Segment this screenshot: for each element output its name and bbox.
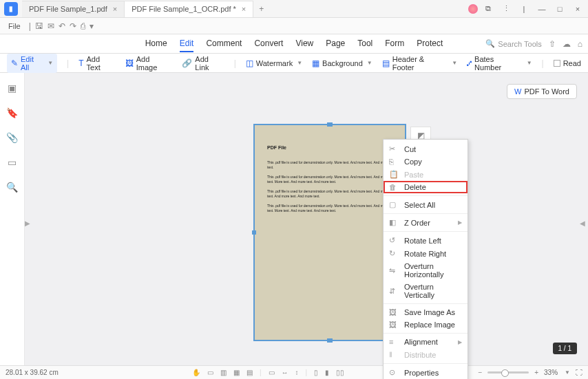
fit-height-icon[interactable]: ↕ [295, 369, 299, 376]
ctx-overturn-v[interactable]: ⇵Overturn Vertically [384, 281, 468, 301]
zoom-in-icon[interactable]: + [534, 369, 538, 376]
header-footer-button[interactable]: ▤Header & Footer▼ [382, 55, 457, 72]
ctx-rotate-left[interactable]: ↺Rotate Left [384, 234, 468, 247]
ctx-copy[interactable]: ⎘Copy [384, 155, 468, 168]
bates-number-button[interactable]: ⑇Bates Number▼ [467, 55, 532, 72]
layers-icon[interactable]: ▭ [8, 157, 17, 168]
page-indicator: 1 / 1 [553, 343, 577, 354]
view-mode-icon[interactable]: ▥ [220, 369, 227, 376]
resize-handle-bottom[interactable] [327, 338, 333, 343]
redo-icon[interactable]: ↷ [70, 21, 76, 31]
menu-home[interactable]: Home [145, 36, 167, 52]
chevron-down-icon: ▼ [367, 60, 372, 66]
separator [384, 213, 468, 214]
menu-view[interactable]: View [295, 36, 313, 52]
zoom-slider[interactable] [487, 371, 529, 373]
pdf-to-word-button[interactable]: W PDF To Word [507, 84, 577, 99]
ctx-distribute: ⫴Distribute [384, 348, 468, 361]
single-page-icon[interactable]: ▯ [314, 369, 318, 376]
file-menu[interactable]: File [4, 21, 25, 32]
chevron-down-icon[interactable]: ▼ [565, 369, 570, 376]
watermark-icon: ◫ [246, 58, 253, 68]
close-icon[interactable]: × [113, 5, 117, 13]
ctx-cut[interactable]: ✂Cut [384, 142, 468, 155]
checkbox-icon [554, 60, 560, 67]
cloud-icon[interactable]: ☁ [563, 39, 571, 49]
chevron-down-icon: ▼ [452, 60, 457, 66]
rotate-right-icon: ↻ [389, 249, 399, 258]
canvas[interactable]: W PDF To Word PDF File This .pdf file is… [25, 73, 588, 365]
hand-tool-icon[interactable]: ✋ [192, 369, 200, 376]
menu-page[interactable]: Page [326, 36, 345, 52]
fit-page-icon[interactable]: ▭ [269, 369, 275, 376]
external-icon[interactable]: ⧉ [481, 2, 496, 16]
cut-icon: ✂ [389, 144, 399, 153]
menu-comment[interactable]: Comment [206, 36, 242, 52]
tab-1[interactable]: PDF File Sample_1.pdf × [22, 1, 125, 17]
resize-handle-top[interactable] [327, 122, 333, 127]
select-tool-icon[interactable]: ▭ [207, 369, 213, 376]
rotate-left-icon: ↺ [389, 236, 399, 245]
app-icon: ▮ [4, 2, 18, 16]
ctx-replace-image[interactable]: 🖼Replace Image [384, 318, 468, 331]
add-tab-button[interactable]: + [253, 4, 269, 14]
ctx-delete[interactable]: 🗑Delete [384, 181, 468, 193]
continuous-icon[interactable]: ▮ [325, 369, 329, 376]
menu-tool[interactable]: Tool [357, 36, 372, 52]
tab-2[interactable]: PDF File Sample_1_OCR.pdf * × [125, 1, 253, 17]
menu-edit[interactable]: Edit [180, 36, 194, 52]
attachment-icon[interactable]: 📎 [6, 132, 18, 143]
bookmark-icon[interactable]: 🔖 [6, 107, 18, 118]
background-button[interactable]: ▦Background▼ [312, 58, 372, 68]
search-icon[interactable]: 🔍 [6, 182, 18, 193]
menu-protect[interactable]: Protect [417, 36, 443, 52]
add-image-button[interactable]: 🖼Add Image [125, 55, 173, 72]
mail-icon[interactable]: ✉ [48, 21, 54, 31]
maximize-button[interactable]: □ [552, 2, 567, 16]
header-footer-icon: ▤ [382, 58, 390, 68]
edit-all-button[interactable]: ✎Edit All▼ [7, 54, 57, 73]
titlebar: ▮ PDF File Sample_1.pdf × PDF File Sampl… [0, 0, 588, 18]
add-text-button[interactable]: TAdd Text [78, 55, 116, 72]
read-button[interactable]: Read [554, 59, 581, 67]
pencil-icon: ✎ [11, 58, 18, 68]
ribbon: ✎Edit All▼ | TAdd Text 🖼Add Image 🔗Add L… [0, 54, 588, 73]
home-icon[interactable]: ⌂ [578, 39, 582, 49]
dropdown-icon[interactable]: ▾ [90, 21, 94, 31]
menu-convert[interactable]: Convert [254, 36, 283, 52]
workspace: ▣ 🔖 📎 ▭ 🔍 ▶ ◀ W PDF To Word PDF File Thi… [0, 73, 588, 365]
print-icon[interactable]: ⎙ [81, 21, 85, 31]
fullscreen-icon[interactable]: ⛶ [576, 369, 582, 376]
view-mode-icon[interactable]: ▦ [233, 369, 240, 376]
ctx-save-image[interactable]: 🖼Save Image As [384, 306, 468, 318]
watermark-button[interactable]: ◫Watermark▼ [246, 58, 302, 68]
fit-width-icon[interactable]: ↔ [282, 369, 288, 376]
ctx-z-order[interactable]: ◧Z Order▶ [384, 216, 468, 229]
more-icon[interactable]: ⋮ [498, 2, 514, 16]
ctx-select-all[interactable]: ▢Select All [384, 198, 468, 211]
view-mode-icon[interactable]: ▤ [246, 369, 253, 376]
ctx-properties[interactable]: ⊙Properties [384, 366, 468, 379]
record-indicator [468, 4, 478, 14]
ctx-alignment[interactable]: ≡Alignment▶ [384, 336, 468, 348]
menubar: Home Edit Comment Convert View Page Tool… [0, 34, 588, 54]
two-page-icon[interactable]: ▯▯ [336, 369, 344, 376]
minimize-button[interactable]: — [534, 2, 549, 16]
chevron-right-icon: ▶ [458, 219, 462, 226]
close-icon[interactable]: × [242, 5, 246, 13]
undo-icon[interactable]: ↶ [59, 21, 65, 31]
ctx-rotate-right[interactable]: ↻Rotate Right [384, 247, 468, 260]
menu-form[interactable]: Form [385, 36, 404, 52]
share-icon[interactable]: ⇧ [549, 39, 556, 49]
zoom-value[interactable]: 33% [544, 369, 558, 376]
zoom-out-icon[interactable]: − [478, 369, 482, 376]
save-icon[interactable]: 🖫 [35, 21, 43, 31]
ctx-overturn-h[interactable]: ⇋Overturn Horizontally [384, 260, 468, 281]
tab-label: PDF File Sample_1_OCR.pdf * [132, 5, 236, 13]
paragraph: This .pdf file is used for demonstration… [267, 204, 392, 214]
add-link-button[interactable]: 🔗Add Link [182, 55, 224, 72]
close-button[interactable]: × [570, 2, 585, 16]
search-tools[interactable]: 🔍 Search Tools [485, 39, 541, 48]
word-icon: W [514, 87, 521, 96]
thumbnails-icon[interactable]: ▣ [8, 83, 17, 94]
